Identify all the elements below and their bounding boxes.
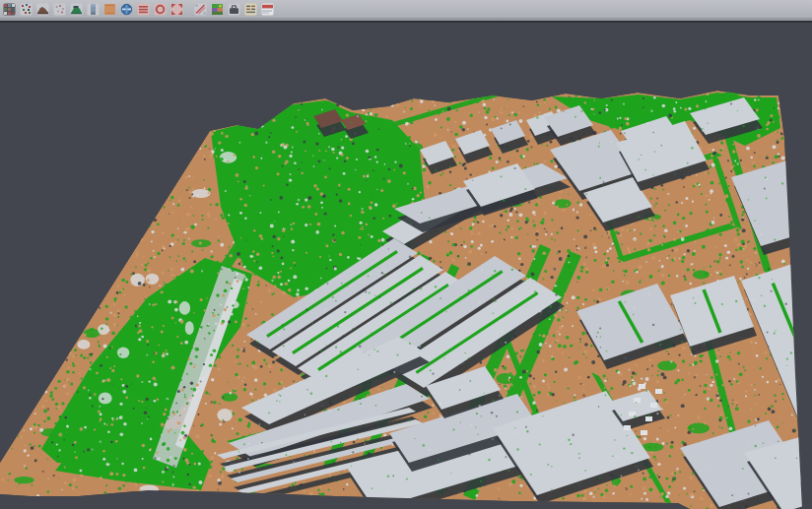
small-structure bbox=[639, 384, 645, 389]
clip-cross-icon[interactable] bbox=[193, 2, 208, 17]
camera-lock-icon-glyph bbox=[228, 3, 240, 16]
small-structure bbox=[645, 416, 652, 421]
application-window bbox=[0, 0, 812, 509]
profile-column-icon-glyph bbox=[87, 3, 100, 16]
globe-icon-glyph bbox=[120, 3, 133, 16]
viewport-3d[interactable] bbox=[0, 23, 812, 509]
sparse-points-icon[interactable] bbox=[52, 2, 67, 17]
selection-bounds-icon[interactable] bbox=[169, 2, 184, 17]
small-structure bbox=[641, 430, 647, 435]
small-structure bbox=[655, 389, 662, 394]
classified-points-icon-glyph bbox=[20, 3, 33, 16]
profile-column-icon[interactable] bbox=[86, 2, 101, 17]
table-notes-icon-glyph bbox=[244, 3, 257, 16]
point-cloud bbox=[0, 75, 812, 509]
small-structure bbox=[650, 403, 657, 408]
pixel-grid-icon[interactable] bbox=[2, 2, 17, 17]
ortho-orange-icon[interactable] bbox=[102, 2, 117, 17]
vegetation-mound-icon-glyph bbox=[70, 3, 83, 16]
red-list-icon[interactable] bbox=[136, 2, 151, 17]
table-notes-icon[interactable] bbox=[243, 2, 258, 17]
vegetation-mound-icon[interactable] bbox=[69, 2, 84, 17]
camera-lock-icon[interactable] bbox=[227, 2, 241, 17]
classified-points-icon[interactable] bbox=[19, 2, 34, 17]
classification-colors-icon[interactable] bbox=[210, 2, 225, 17]
red-ring-icon[interactable] bbox=[153, 2, 168, 17]
section-bar-icon[interactable] bbox=[260, 2, 275, 17]
pixel-grid-icon-glyph bbox=[3, 3, 16, 16]
section-bar-icon-glyph bbox=[261, 3, 274, 16]
sparse-points-icon-glyph bbox=[53, 3, 66, 16]
point-cloud-scene bbox=[0, 23, 812, 509]
classification-colors-icon-glyph bbox=[211, 3, 224, 16]
clip-cross-icon-glyph bbox=[194, 3, 207, 16]
selection-bounds-icon-glyph bbox=[170, 3, 183, 16]
small-structure bbox=[634, 398, 641, 403]
red-ring-icon-glyph bbox=[154, 3, 167, 16]
ortho-orange-icon-glyph bbox=[103, 3, 116, 16]
toolbar bbox=[0, 0, 812, 18]
red-list-icon-glyph bbox=[137, 3, 150, 16]
globe-icon[interactable] bbox=[119, 2, 134, 17]
dem-mound-icon-glyph bbox=[36, 3, 49, 16]
dem-mound-icon[interactable] bbox=[35, 2, 50, 17]
